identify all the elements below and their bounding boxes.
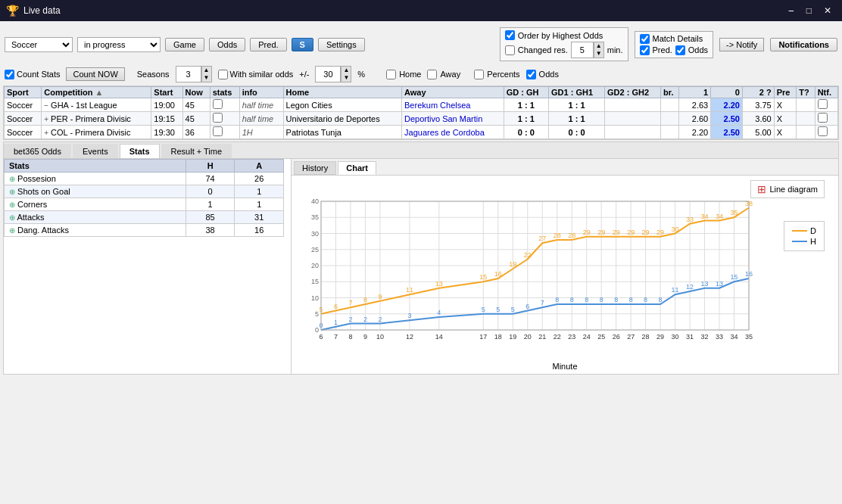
- pred-checkbox[interactable]: [640, 45, 650, 55]
- similar-odds-checkbox[interactable]: [218, 70, 228, 79]
- s-button[interactable]: S: [292, 38, 313, 51]
- notifications-button[interactable]: Notifications: [770, 38, 837, 51]
- stats-chart-area: Stats H A ⊕ Possesion 74 26 ⊕ Shots on G…: [4, 159, 838, 374]
- min-down-button[interactable]: ▼: [594, 50, 603, 58]
- cell-odd1: 2.60: [679, 112, 711, 126]
- svg-text:15: 15: [731, 273, 738, 281]
- close-button[interactable]: ✕: [819, 4, 836, 17]
- similar-odds-group: With similar odds: [218, 70, 294, 79]
- settings-button[interactable]: Settings: [318, 38, 365, 51]
- expand-icon[interactable]: +: [44, 115, 48, 123]
- seasons-up-button[interactable]: ▲: [201, 67, 211, 74]
- seasons-spinner[interactable]: 3 ▲ ▼: [176, 66, 212, 82]
- seasons-down-button[interactable]: ▼: [201, 74, 211, 82]
- percent-value-input[interactable]: 30: [316, 67, 340, 82]
- svg-text:3: 3: [407, 312, 411, 319]
- expand-icon[interactable]: +: [44, 129, 48, 137]
- table-row[interactable]: Soccer + PER - Primera Divisic 19:15 45 …: [5, 112, 838, 126]
- window-controls: ‒ □ ✕: [784, 4, 836, 17]
- pred-button[interactable]: Pred.: [250, 38, 286, 51]
- cell-away: Jaguares de Cordoba: [402, 126, 504, 139]
- status-select[interactable]: in progress: [77, 37, 161, 52]
- table-row[interactable]: Soccer − GHA - 1st League 19:00 45 half …: [5, 98, 838, 112]
- match-details-label: Match Details: [653, 34, 703, 43]
- cell-now: 45: [182, 98, 210, 112]
- main-tab-events[interactable]: Events: [73, 144, 118, 158]
- sub-tabs: HistoryChart: [292, 159, 838, 176]
- svg-text:8: 8: [555, 296, 559, 303]
- count-stats-checkbox[interactable]: [5, 70, 14, 79]
- col-gd1: GD1 : GH1: [549, 87, 605, 98]
- legend-d: D: [792, 226, 816, 235]
- svg-text:25: 25: [597, 333, 605, 341]
- count-now-button[interactable]: Count NOW: [66, 67, 124, 81]
- match-details-checkbox[interactable]: [640, 34, 650, 44]
- odds-button[interactable]: Odds: [209, 38, 245, 51]
- svg-text:35: 35: [311, 213, 319, 221]
- stats-checkbox[interactable]: [213, 99, 223, 109]
- odds-filter-checkbox[interactable]: [526, 70, 536, 79]
- seasons-value-input[interactable]: 3: [176, 67, 201, 82]
- percent-spinner[interactable]: 30 ▲ ▼: [315, 66, 351, 82]
- sport-select[interactable]: Soccer: [5, 37, 73, 52]
- ntf-checkbox[interactable]: [818, 126, 828, 136]
- col-ntf: Ntf.: [815, 87, 837, 98]
- main-tab-stats[interactable]: Stats: [120, 144, 160, 158]
- cell-pre: X: [774, 126, 797, 139]
- svg-text:22: 22: [554, 333, 561, 341]
- stats-h-value: 0: [186, 185, 235, 198]
- ntf-checkbox[interactable]: [818, 99, 828, 109]
- filter-options: Home Away Percents Odds: [386, 70, 559, 79]
- cell-gd: 1 : 1: [504, 112, 548, 126]
- main-tab-result-+-time[interactable]: Result + Time: [161, 144, 232, 158]
- col-home: Home: [283, 87, 401, 98]
- ntf-checkbox[interactable]: [818, 113, 828, 123]
- home-checkbox[interactable]: [386, 70, 396, 79]
- stats-table: Stats H A ⊕ Possesion 74 26 ⊕ Shots on G…: [4, 159, 284, 237]
- min-spinner[interactable]: 5 ▲ ▼: [571, 42, 604, 58]
- changed-res-checkbox[interactable]: [505, 45, 515, 55]
- lower-section: bet365 OddsEventsStatsResult + Time Stat…: [3, 142, 839, 375]
- cell-start: 19:30: [151, 126, 182, 139]
- stats-row: ⊕ Shots on Goal 0 1: [5, 185, 284, 198]
- game-button[interactable]: Game: [165, 38, 204, 51]
- maximize-button[interactable]: □: [802, 4, 816, 17]
- col-gd: GD : GH: [504, 87, 548, 98]
- stats-checkbox[interactable]: [213, 113, 223, 123]
- percent-down-button[interactable]: ▼: [341, 74, 351, 82]
- odds-filter-label: Odds: [539, 70, 559, 79]
- min-value-input[interactable]: 5: [572, 42, 593, 58]
- cell-t: [797, 112, 815, 126]
- away-checkbox[interactable]: [427, 70, 437, 79]
- odds-checkbox[interactable]: [675, 45, 685, 55]
- stats-checkbox[interactable]: [213, 126, 223, 136]
- cell-gd1: 1 : 1: [549, 98, 605, 112]
- pred-label: Pred.: [653, 45, 672, 54]
- percent-sign: %: [357, 70, 365, 79]
- svg-text:23: 23: [568, 333, 575, 341]
- main-tab-bet365-odds[interactable]: bet365 Odds: [4, 144, 71, 158]
- away-label: Away: [440, 70, 460, 79]
- order-highest-odds-checkbox[interactable]: [505, 30, 515, 40]
- cell-t: [797, 98, 815, 112]
- percents-checkbox[interactable]: [474, 70, 484, 79]
- expand-icon[interactable]: −: [44, 101, 48, 110]
- svg-text:22: 22: [524, 251, 532, 259]
- cell-br: [661, 126, 679, 139]
- sub-tab-history[interactable]: History: [294, 161, 336, 175]
- stats-label: ⊕ Attacks: [5, 211, 186, 224]
- min-up-button[interactable]: ▲: [594, 42, 603, 50]
- cell-br: [661, 112, 679, 126]
- table-row[interactable]: Soccer + COL - Primera Divisic 19:30 36 …: [5, 126, 838, 139]
- sub-tab-chart[interactable]: Chart: [338, 161, 376, 175]
- line-diagram-button[interactable]: ⊞ Line diagram: [750, 180, 825, 198]
- percent-up-button[interactable]: ▲: [341, 67, 351, 74]
- legend-h-label: H: [810, 237, 816, 246]
- stats-panel: Stats H A ⊕ Possesion 74 26 ⊕ Shots on G…: [4, 159, 292, 374]
- notify-button[interactable]: -> Notify: [719, 38, 764, 51]
- stats-h-value: 1: [186, 198, 235, 211]
- svg-text:26: 26: [613, 333, 620, 341]
- svg-text:15: 15: [479, 273, 487, 281]
- minimize-button[interactable]: ‒: [784, 4, 799, 17]
- stats-col-h: H: [186, 160, 235, 173]
